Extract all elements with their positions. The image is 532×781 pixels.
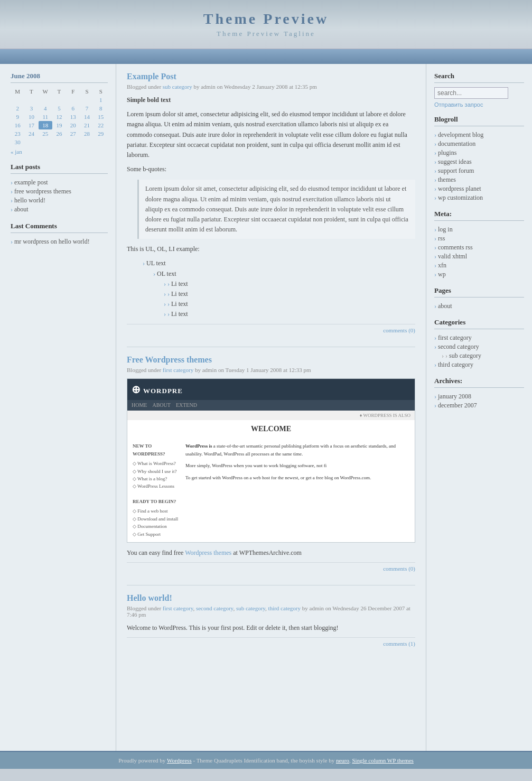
calendar-day-link[interactable]: 1: [99, 97, 102, 103]
calendar-day-link[interactable]: 4: [44, 105, 47, 111]
calendar-day-link[interactable]: 11: [42, 114, 48, 120]
calendar-day[interactable]: 7: [80, 104, 94, 113]
category-link[interactable]: first category: [438, 334, 472, 341]
calendar-day[interactable]: 18: [39, 121, 52, 129]
calendar-day[interactable]: 16: [11, 121, 24, 129]
calendar-day[interactable]: 23: [11, 129, 24, 138]
calendar-day-link[interactable]: 28: [84, 131, 90, 137]
calendar-day[interactable]: 28: [80, 129, 94, 138]
page-link[interactable]: about: [438, 302, 452, 310]
comments-anchor-hello-world[interactable]: comments (1): [383, 640, 415, 647]
calendar-day[interactable]: 21: [80, 121, 94, 129]
calendar-day[interactable]: 9: [11, 113, 24, 121]
last-post-link[interactable]: free wordpress themes: [14, 188, 71, 195]
post-title-link-wp-themes[interactable]: Free Wordpress themes: [127, 355, 212, 364]
archive-link[interactable]: december 2007: [438, 402, 477, 409]
calendar-day[interactable]: 4: [39, 104, 52, 113]
category-link[interactable]: third category: [438, 361, 473, 368]
post-title-link-hello-world[interactable]: Hello world!: [127, 593, 172, 602]
post-cat-link-wp-themes[interactable]: first category: [163, 367, 193, 373]
calendar-day-link[interactable]: 13: [70, 114, 76, 120]
category-link[interactable]: sub category: [449, 352, 481, 359]
calendar-day[interactable]: 30: [11, 138, 24, 146]
search-input[interactable]: [434, 87, 508, 99]
calendar-day-link[interactable]: 14: [84, 114, 90, 120]
footer-neuro-link[interactable]: neuro: [336, 757, 349, 764]
blogroll-link[interactable]: support forum: [438, 167, 474, 174]
calendar-day[interactable]: 15: [94, 113, 108, 121]
calendar-day-link[interactable]: 22: [98, 122, 104, 128]
meta-link[interactable]: log in: [438, 226, 453, 233]
calendar-day[interactable]: 22: [94, 121, 108, 129]
calendar-day[interactable]: 20: [66, 121, 80, 129]
calendar-day[interactable]: 6: [66, 104, 80, 113]
last-post-link[interactable]: example post: [14, 179, 48, 186]
calendar-nav[interactable]: « jan: [11, 148, 108, 155]
calendar-day-link[interactable]: 27: [70, 131, 76, 137]
calendar-day-link[interactable]: 2: [16, 105, 19, 111]
blogroll-link[interactable]: documentation: [438, 140, 475, 147]
comments-anchor-wp-themes[interactable]: comments (0): [383, 565, 415, 572]
meta-link[interactable]: xfn: [438, 262, 446, 269]
calendar-day-link[interactable]: 21: [84, 122, 90, 128]
calendar-day-link[interactable]: 17: [29, 122, 34, 128]
meta-link[interactable]: valid xhtml: [438, 253, 467, 260]
post-comments-link-example[interactable]: comments (0): [127, 324, 415, 333]
post-cat-sub[interactable]: sub category: [236, 605, 265, 611]
calendar-day-link[interactable]: 3: [30, 105, 33, 111]
calendar-day[interactable]: 10: [24, 113, 38, 121]
blogroll-link[interactable]: wordpress planet: [438, 185, 481, 192]
calendar-day-link[interactable]: 9: [16, 114, 19, 120]
last-comment-link[interactable]: mr wordpress on hello world!: [14, 238, 90, 245]
last-post-link[interactable]: about: [14, 206, 29, 213]
calendar-day[interactable]: 19: [52, 121, 66, 129]
calendar-day[interactable]: 3: [24, 104, 38, 113]
blogroll-link[interactable]: themes: [438, 176, 456, 183]
calendar-prev-link[interactable]: « jan: [11, 148, 22, 155]
calendar-day-link[interactable]: 5: [58, 105, 61, 111]
calendar-day[interactable]: 8: [94, 104, 108, 113]
meta-link[interactable]: comments rss: [438, 244, 473, 251]
calendar-day-link[interactable]: 8: [99, 105, 102, 111]
calendar-day-link[interactable]: 25: [42, 131, 48, 137]
footer-column-link[interactable]: Single column WP themes: [352, 757, 413, 764]
calendar-day-link[interactable]: 15: [98, 114, 104, 120]
calendar-day[interactable]: 13: [66, 113, 80, 121]
calendar-day-link[interactable]: 16: [15, 122, 21, 128]
calendar-day[interactable]: 2: [11, 104, 24, 113]
calendar-day-link[interactable]: 6: [72, 105, 75, 111]
post-title-example[interactable]: Example Post: [127, 72, 415, 81]
wp-themes-link[interactable]: Wordpress themes: [185, 549, 231, 556]
calendar-day[interactable]: 1: [94, 96, 108, 104]
category-link[interactable]: second category: [438, 343, 479, 350]
calendar-day-link[interactable]: 20: [70, 122, 76, 128]
calendar-day-link[interactable]: 19: [56, 122, 62, 128]
post-title-link-example[interactable]: Example Post: [127, 72, 176, 81]
last-post-link[interactable]: hello world!: [14, 197, 45, 204]
calendar-day[interactable]: 29: [94, 129, 108, 138]
search-submit-button[interactable]: Отправить запрос: [434, 101, 483, 108]
meta-link[interactable]: wp: [438, 271, 446, 278]
calendar-day-link[interactable]: 10: [29, 114, 34, 120]
calendar-day-link[interactable]: 30: [15, 139, 21, 145]
comments-anchor-example[interactable]: comments (0): [383, 327, 415, 333]
calendar-day[interactable]: 27: [66, 129, 80, 138]
post-comments-link-wp-themes[interactable]: comments (0): [127, 562, 415, 572]
calendar-day[interactable]: 24: [24, 129, 38, 138]
blogroll-link[interactable]: development blog: [438, 131, 483, 138]
calendar-day[interactable]: 11: [39, 113, 52, 121]
post-cat-link-example[interactable]: sub category: [163, 83, 192, 90]
calendar-day[interactable]: 5: [52, 104, 66, 113]
calendar-day-link[interactable]: 29: [98, 131, 104, 137]
blogroll-link[interactable]: suggest ideas: [438, 158, 472, 165]
calendar-day[interactable]: 12: [52, 113, 66, 121]
blogroll-link[interactable]: plugins: [438, 149, 456, 156]
calendar-day-link[interactable]: 26: [56, 131, 62, 137]
archive-link[interactable]: january 2008: [438, 393, 471, 400]
meta-link[interactable]: rss: [438, 235, 445, 242]
calendar-day[interactable]: 17: [24, 121, 38, 129]
calendar-day[interactable]: 14: [80, 113, 94, 121]
post-comments-link-hello-world[interactable]: comments (1): [127, 637, 415, 647]
post-cat-third[interactable]: third category: [268, 605, 301, 611]
calendar-day-link[interactable]: 7: [86, 105, 89, 111]
